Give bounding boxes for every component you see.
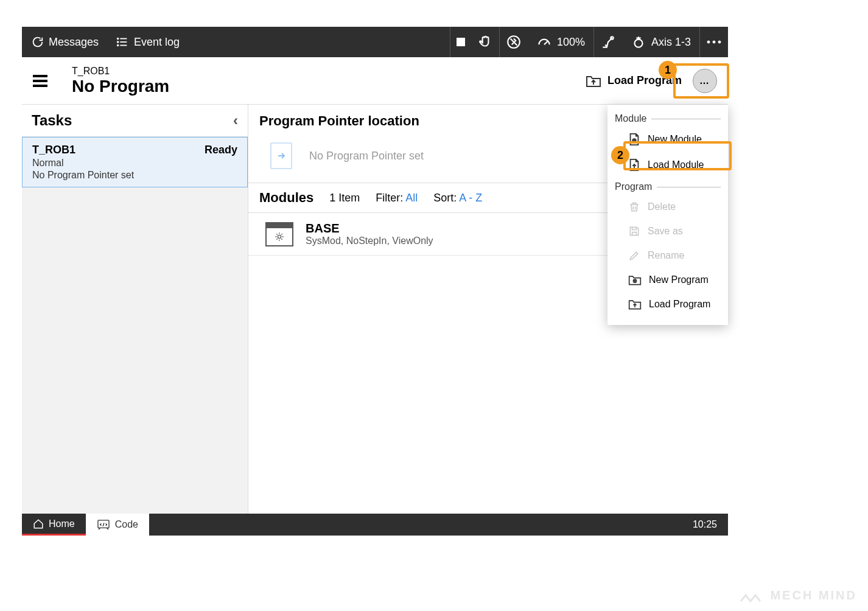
- folder-up-icon: [628, 298, 642, 310]
- pointer-icon: [270, 142, 292, 169]
- svg-point-3: [117, 38, 119, 40]
- dropdown-program-section: Program: [607, 178, 728, 195]
- clock: 10:25: [693, 519, 728, 530]
- rename-item: Rename: [607, 243, 728, 268]
- callout-2-highlight: [623, 141, 732, 170]
- save-as-label: Save as: [648, 226, 683, 237]
- task-pointer: No Program Pointer set: [32, 170, 237, 181]
- bottom-bar: Home Code 10:25: [22, 514, 728, 536]
- stop-icon: [457, 38, 465, 46]
- new-program-label: New Program: [649, 274, 709, 285]
- watermark-logo-icon: [740, 590, 761, 602]
- trash-icon: [628, 201, 640, 213]
- axis-icon: [631, 34, 646, 50]
- svg-line-7: [544, 41, 547, 44]
- task-name: T_ROB1: [32, 144, 75, 156]
- code-tab[interactable]: Code: [86, 514, 149, 536]
- module-icon: [265, 222, 293, 246]
- save-icon: [628, 225, 640, 237]
- pointer-status-text: No Program Pointer set: [309, 150, 424, 162]
- watermark-text: MECH MIND: [770, 588, 857, 602]
- task-item[interactable]: T_ROB1 Ready Normal No Program Pointer s…: [22, 137, 248, 187]
- sort-value: A - Z: [459, 192, 482, 204]
- top-toolbar: Messages Event log 100%: [22, 27, 728, 57]
- folder-up-icon: [586, 74, 601, 88]
- hand-icon: [477, 34, 493, 50]
- delete-label: Delete: [648, 201, 676, 212]
- rename-label: Rename: [648, 250, 684, 261]
- program-header: T_ROB1 No Program Load Program … 1: [22, 57, 728, 105]
- gauge-icon: [536, 34, 552, 50]
- svg-point-4: [117, 41, 119, 43]
- robot-icon: [600, 34, 616, 50]
- messages-label: Messages: [49, 36, 99, 49]
- app-window: Messages Event log 100%: [22, 27, 728, 536]
- tasks-header: Tasks ‹: [22, 105, 248, 137]
- axis-button[interactable]: Axis 1-3: [622, 27, 699, 57]
- module-name: BASE: [306, 222, 433, 236]
- callout-2-badge: 2: [611, 146, 629, 164]
- code-icon: [97, 519, 110, 530]
- modules-count: 1 Item: [329, 192, 360, 204]
- svg-point-5: [117, 45, 119, 46]
- delete-item: Delete: [607, 195, 728, 219]
- tasks-title: Tasks: [32, 112, 72, 129]
- task-status: Ready: [205, 144, 237, 156]
- modules-label: Modules: [259, 190, 313, 206]
- save-as-item: Save as: [607, 219, 728, 243]
- list-icon: [116, 35, 129, 49]
- task-mode: Normal: [32, 158, 237, 169]
- dots-icon: [706, 40, 722, 44]
- speed-button[interactable]: 100%: [528, 27, 593, 57]
- speed-label: 100%: [557, 36, 585, 49]
- svg-point-12: [718, 41, 721, 43]
- code-label: Code: [115, 519, 138, 530]
- sort-control[interactable]: Sort: A - Z: [433, 192, 482, 204]
- filter-value: All: [405, 192, 418, 204]
- stop-indicator[interactable]: [450, 27, 471, 57]
- home-icon: [33, 518, 44, 529]
- home-tab[interactable]: Home: [22, 514, 86, 536]
- actions-dropdown: Module New Module Load Module Program De…: [607, 105, 728, 325]
- hand-button[interactable]: [471, 27, 499, 57]
- program-title: No Program: [72, 77, 169, 96]
- task-label: T_ROB1: [72, 66, 169, 77]
- svg-point-10: [707, 41, 710, 43]
- dropdown-module-section: Module: [607, 110, 728, 127]
- svg-point-9: [634, 40, 642, 47]
- tasks-sidebar: Tasks ‹ T_ROB1 Ready Normal No Program P…: [22, 105, 248, 514]
- messages-icon: [30, 35, 44, 49]
- robot-button[interactable]: [594, 27, 622, 57]
- load-program-menu-item[interactable]: Load Program: [607, 292, 728, 316]
- callout-1-highlight: [673, 63, 729, 99]
- svg-point-13: [278, 235, 281, 238]
- sort-label: Sort:: [433, 192, 459, 204]
- dropdown-program-label: Program: [615, 181, 652, 192]
- eventlog-button[interactable]: Event log: [107, 27, 188, 57]
- folder-plus-icon: [628, 274, 642, 286]
- messages-button[interactable]: Messages: [22, 27, 107, 57]
- new-program-item[interactable]: New Program: [607, 268, 728, 292]
- home-label: Home: [49, 518, 75, 529]
- motors-off-icon: [506, 34, 522, 50]
- back-button[interactable]: ‹: [233, 112, 238, 129]
- load-program-menu-label: Load Program: [649, 299, 710, 310]
- motors-button[interactable]: [500, 27, 528, 57]
- watermark: MECH MIND: [740, 588, 857, 602]
- axis-label: Axis 1-3: [651, 36, 691, 49]
- dropdown-module-label: Module: [615, 113, 646, 124]
- svg-point-11: [713, 41, 715, 43]
- menu-button[interactable]: [33, 75, 47, 87]
- pencil-icon: [628, 250, 640, 262]
- callout-1-badge: 1: [659, 61, 677, 79]
- module-attrs: SysMod, NoStepIn, ViewOnly: [306, 236, 433, 246]
- topbar-more-button[interactable]: [700, 27, 728, 57]
- filter-control[interactable]: Filter: All: [376, 192, 418, 204]
- eventlog-label: Event log: [134, 36, 180, 49]
- filter-label: Filter:: [376, 192, 405, 204]
